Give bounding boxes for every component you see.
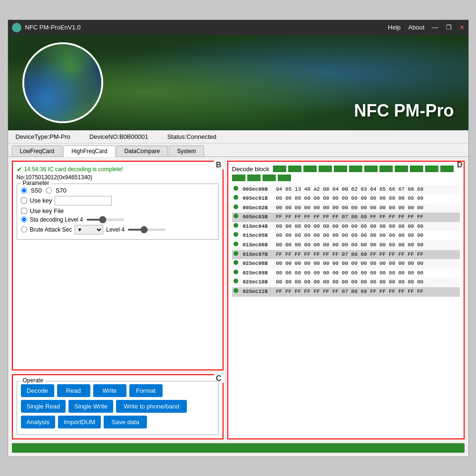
brute-attack-radio[interactable] <box>21 226 27 233</box>
device-type: DeviceType:PM-Pro <box>16 133 71 140</box>
decode-blocks: Decode block <box>232 165 460 181</box>
decode-button[interactable]: Decode <box>21 384 54 397</box>
brute-attack-label: Brute Attack Sec <box>30 226 72 233</box>
row-data: 00 00 00 00 00 00 00 00 00 00 00 00 00 0… <box>274 204 459 213</box>
card-type-row: S50 S70 <box>21 187 214 194</box>
row-address: 01Sec06B <box>241 241 274 250</box>
info-bar: DeviceType:PM-Pro DeviceNO:B0B00001 Stat… <box>8 130 468 144</box>
row-address: 00Sec01B <box>241 194 274 204</box>
window-controls: Help About — ❐ ✕ <box>388 24 465 31</box>
block-9 <box>395 165 408 172</box>
use-key-checkbox[interactable] <box>21 197 27 204</box>
block-6 <box>349 165 362 172</box>
avatar <box>22 42 103 123</box>
use-key-label: Use key <box>30 197 52 204</box>
maximize-button[interactable]: ❐ <box>446 24 452 31</box>
block-7 <box>364 165 378 172</box>
block-8 <box>379 165 393 172</box>
table-row: 00Sec01B 00 00 00 00 00 00 00 00 00 00 0… <box>232 194 460 204</box>
import-dump-button[interactable]: ImportDUM <box>58 416 101 428</box>
row-address: 02Sec08B <box>241 259 274 269</box>
tab-lowfreqcard[interactable]: LowFreqCard <box>12 146 63 156</box>
brute-level-slider[interactable] <box>127 229 165 231</box>
row-address: 01Sec05B <box>241 231 274 241</box>
tab-datacompare[interactable]: DataCompare <box>117 146 168 156</box>
brute-attack-row: Brute Attack Sec ▼ Level 4 <box>21 225 214 234</box>
header-banner: NFC PM-Pro <box>8 35 468 130</box>
block-12 <box>440 165 454 172</box>
use-key-file-row: Use key File <box>21 207 214 214</box>
decode-block-label: Decode block <box>232 165 270 173</box>
row-indicator <box>233 186 238 191</box>
help-link[interactable]: Help <box>388 24 401 31</box>
row-data: 00 00 00 00 00 00 00 00 00 00 00 00 00 0… <box>274 269 459 278</box>
checkmark-icon: ✔ <box>17 165 22 173</box>
main-content: B ✔ 14:54:36 IC card decoding is complet… <box>8 157 468 443</box>
data-table: 00Sec00B 94 65 13 40 A2 08 04 00 62 63 6… <box>232 185 460 297</box>
brand-title: NFC PM-Pro <box>354 101 454 121</box>
row-indicator <box>233 232 238 237</box>
level4-label: Level 4 <box>106 226 125 233</box>
panel-d-label: D <box>455 161 465 169</box>
use-key-file-checkbox[interactable] <box>21 208 27 214</box>
tabs-bar: LowFreqCard HighFreqCard DataCompare Sys… <box>8 144 468 157</box>
row-address: 00Sec00B <box>241 185 274 194</box>
row-indicator <box>233 260 238 265</box>
table-row: 00Sec03B FF FF FF FF FF FF FF 07 80 69 F… <box>232 213 460 222</box>
block-5 <box>334 165 347 172</box>
row-address: 02Sec11B <box>241 287 274 297</box>
table-row: 02Sec11B FF FF FF FF FF FF FF 07 80 69 F… <box>232 287 460 297</box>
sta-decoding-label: Sta decoding Level 4 <box>30 216 83 223</box>
sta-decoding-row: Sta decoding Level 4 <box>21 216 214 223</box>
minimize-button[interactable]: — <box>432 24 438 31</box>
row-data: 00 00 00 00 00 00 00 00 00 00 00 00 00 0… <box>274 278 459 287</box>
s50-radio[interactable] <box>21 187 27 194</box>
format-button[interactable]: Format <box>129 384 163 397</box>
table-row: 02Sec09B 00 00 00 00 00 00 00 00 00 00 0… <box>232 269 460 278</box>
avatar-image <box>24 44 101 121</box>
device-no: DeviceNO:B0B00001 <box>89 133 148 140</box>
block-3 <box>303 165 317 172</box>
row-data: FF FF FF FF FF FF FF 07 80 69 FF FF FF F… <box>274 213 459 222</box>
block-11 <box>425 165 438 172</box>
table-row: 01Sec07B FF FF FF FF FF FF FF 07 80 69 F… <box>232 250 460 260</box>
panel-b-label: B <box>214 161 223 169</box>
tab-system[interactable]: System <box>169 146 204 156</box>
use-key-input[interactable] <box>55 196 112 205</box>
title-bar: NFC PM-ProEnV1.0 Help About — ❐ ✕ <box>8 20 468 35</box>
row-dot-cell <box>232 259 242 269</box>
about-link[interactable]: About <box>408 24 425 31</box>
left-panel: B ✔ 14:54:36 IC card decoding is complet… <box>12 161 223 439</box>
tab-highfreqcard[interactable]: HighFreqCard <box>63 146 115 157</box>
row-dot-cell <box>232 278 242 287</box>
row-dot-cell <box>232 250 242 260</box>
sta-level-slider[interactable] <box>86 219 124 221</box>
block-14 <box>247 175 261 181</box>
single-read-button[interactable]: Single Read <box>21 400 66 413</box>
write-to-phone-button[interactable]: Write to phone/band <box>116 400 187 413</box>
app-title: NFC PM-ProEnV1.0 <box>25 24 388 31</box>
s50-label: S50 <box>31 187 42 194</box>
table-row: 00Sec00B 94 65 13 40 A2 08 04 00 62 63 6… <box>232 185 460 194</box>
app-icon <box>12 23 21 32</box>
read-button[interactable]: Read <box>57 384 90 397</box>
single-write-button[interactable]: Single Write <box>68 400 113 413</box>
save-data-button[interactable]: Save data <box>104 416 147 428</box>
row-indicator <box>233 242 238 246</box>
write-button[interactable]: Write <box>93 384 126 397</box>
row-address: 02Sec10B <box>241 278 274 287</box>
row-address: 01Sec07B <box>241 250 274 260</box>
sta-decoding-radio[interactable] <box>21 216 27 223</box>
s70-radio[interactable] <box>46 187 52 194</box>
block-4 <box>319 165 332 172</box>
panel-d: D Decode block <box>227 161 465 439</box>
parameter-group: Parameter S50 S70 Use key Use ke <box>17 184 219 240</box>
close-button[interactable]: ✕ <box>459 24 465 31</box>
brute-attack-select[interactable]: ▼ <box>75 225 103 234</box>
row-indicator <box>233 270 238 274</box>
analysis-button[interactable]: Analysis <box>21 416 55 428</box>
data-table-container: 00Sec00B 94 65 13 40 A2 08 04 00 62 63 6… <box>232 185 460 437</box>
status-bar <box>12 443 465 453</box>
row-dot-cell <box>232 194 242 204</box>
parameter-legend: Parameter <box>21 180 51 186</box>
